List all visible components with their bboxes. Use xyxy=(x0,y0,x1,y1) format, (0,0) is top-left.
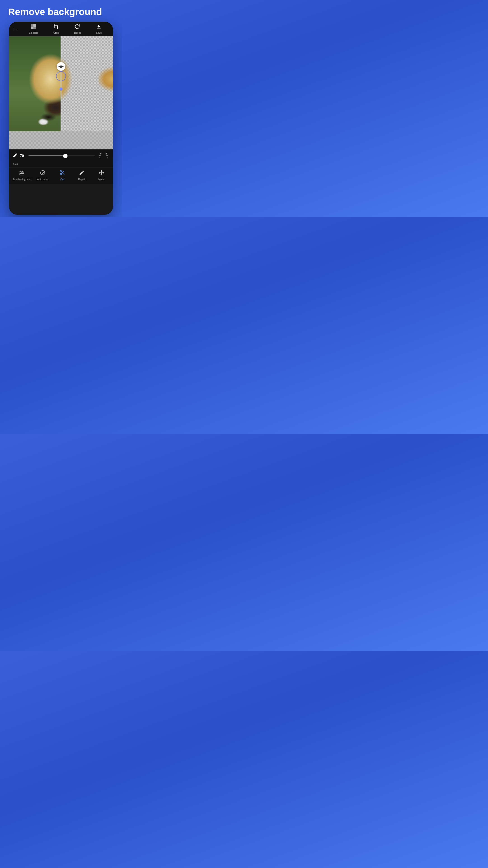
svg-line-15 xyxy=(63,174,64,175)
image-comparison-area[interactable]: ◀▶ xyxy=(9,36,113,131)
drag-handle[interactable]: ◀▶ xyxy=(56,62,66,91)
undo-redo-buttons: ↺ ↻ xyxy=(98,152,109,157)
top-toolbar: ← Bg color xyxy=(9,22,113,36)
brush-circle xyxy=(56,71,66,81)
auto-color-icon xyxy=(40,170,46,177)
tool-repair-label: Repair xyxy=(78,178,86,181)
dog-cutout xyxy=(61,36,113,131)
save-icon xyxy=(96,24,101,31)
size-control-row: 70 ↺ ↻ 0 0 xyxy=(9,149,113,161)
toolbar-reset-label: Reset xyxy=(74,31,80,34)
toolbar-items: Bg color Crop xyxy=(21,24,109,34)
toolbar-item-bg-color[interactable]: Bg color xyxy=(29,24,38,34)
brush-tool-icon xyxy=(13,153,18,159)
svg-line-16 xyxy=(61,172,62,173)
svg-rect-3 xyxy=(31,27,33,29)
size-value: 70 xyxy=(20,154,26,158)
slider-thumb[interactable] xyxy=(63,154,68,158)
crop-icon xyxy=(53,24,59,31)
drag-indicator xyxy=(59,88,63,91)
tool-auto-color-label: Auto color xyxy=(37,178,48,181)
size-label: Size xyxy=(13,162,18,165)
tool-auto-color[interactable]: Auto color xyxy=(35,170,51,181)
image-original-side xyxy=(9,36,61,131)
tool-cut[interactable]: Cut xyxy=(54,170,70,181)
bottom-checker-strip xyxy=(9,131,113,149)
undo-button[interactable]: ↺ xyxy=(98,152,102,157)
slider-track xyxy=(29,156,95,156)
page-title: Remove background xyxy=(0,0,122,22)
checkerboard-icon xyxy=(31,24,36,31)
toolbar-crop-label: Crop xyxy=(53,31,59,34)
redo-button[interactable]: ↻ xyxy=(105,152,109,157)
slider-fill xyxy=(29,156,65,156)
phone-frame: ← Bg color xyxy=(9,22,113,215)
drag-arrows: ◀▶ xyxy=(57,62,65,71)
size-slider[interactable] xyxy=(29,154,95,158)
svg-rect-1 xyxy=(33,27,36,29)
svg-point-7 xyxy=(42,172,43,174)
svg-point-13 xyxy=(60,174,62,175)
tool-move[interactable]: Move xyxy=(93,170,109,181)
redo-count: 0 xyxy=(105,157,109,160)
back-button[interactable]: ← xyxy=(13,27,18,32)
size-label-row: Size xyxy=(9,161,113,167)
toolbar-item-save[interactable]: Save xyxy=(96,24,102,34)
dog-original xyxy=(9,36,61,131)
toolbar-item-crop[interactable]: Crop xyxy=(53,24,59,34)
cut-icon xyxy=(59,170,65,177)
tool-auto-background[interactable]: Auto background xyxy=(12,170,31,181)
svg-rect-0 xyxy=(31,24,33,27)
reset-icon xyxy=(75,24,80,31)
tool-auto-background-label: Auto background xyxy=(12,178,31,181)
tool-move-label: Move xyxy=(98,178,104,181)
toolbar-bg-color-label: Bg color xyxy=(29,31,38,34)
move-icon xyxy=(98,170,104,177)
image-transparent-side xyxy=(61,36,113,131)
undo-count: 0 xyxy=(98,157,102,160)
tool-repair[interactable]: Repair xyxy=(74,170,90,181)
undo-redo-labels: 0 0 xyxy=(98,157,109,160)
repair-icon xyxy=(79,170,85,177)
toolbar-item-reset[interactable]: Reset xyxy=(74,24,80,34)
auto-background-icon xyxy=(19,170,25,177)
svg-point-4 xyxy=(21,171,23,173)
undo-redo-controls: ↺ ↻ 0 0 xyxy=(98,152,109,160)
toolbar-save-label: Save xyxy=(96,31,102,34)
bottom-toolbar: Auto background Auto color xyxy=(9,167,113,184)
tool-cut-label: Cut xyxy=(60,178,64,181)
svg-rect-2 xyxy=(33,24,36,27)
svg-point-12 xyxy=(60,170,62,172)
